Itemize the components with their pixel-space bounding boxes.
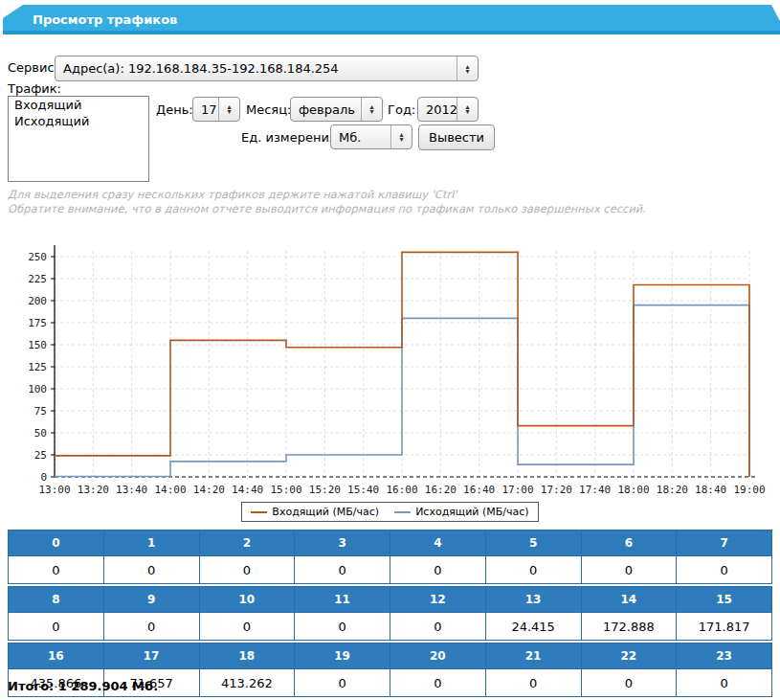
svg-text:16:20: 16:20 <box>425 484 457 496</box>
hour-value-cell: 0 <box>581 669 677 697</box>
month-select[interactable]: февраль ▴▾ <box>290 97 383 122</box>
spinner-icon: ▴▾ <box>457 98 478 121</box>
hour-header-row: 89101112131415 <box>9 587 772 613</box>
day-label: День: <box>156 102 193 117</box>
legend-item: Входящий (МБ/час) <box>251 506 379 518</box>
hourly-traffic-table: 0123456700000000891011121314150000024.41… <box>8 530 772 699</box>
traffic-chart: 13:0013:2013:4014:0014:2014:4015:0015:20… <box>8 230 772 500</box>
show-button[interactable]: Вывести <box>418 124 495 150</box>
svg-text:75: 75 <box>34 405 47 418</box>
hour-header-row: 01234567 <box>9 531 772 556</box>
hour-value-cell: 0 <box>9 613 104 641</box>
svg-text:18:40: 18:40 <box>695 484 726 496</box>
svg-text:15:00: 15:00 <box>270 484 301 496</box>
svg-text:13:20: 13:20 <box>78 484 109 496</box>
hour-value-cell: 0 <box>295 669 390 697</box>
svg-text:15:20: 15:20 <box>309 484 341 496</box>
hour-header-cell: 16 <box>9 644 104 669</box>
service-label: Сервис: <box>8 60 58 75</box>
hour-value-cell: 0 <box>295 613 390 641</box>
svg-text:14:40: 14:40 <box>232 484 263 496</box>
hour-header-cell: 8 <box>9 587 104 613</box>
hour-header-cell: 1 <box>103 531 199 556</box>
svg-text:16:40: 16:40 <box>463 484 495 496</box>
hour-header-cell: 7 <box>677 531 772 556</box>
svg-text:17:40: 17:40 <box>579 484 611 496</box>
month-select-value: февраль <box>291 102 361 117</box>
svg-text:16:00: 16:00 <box>386 484 417 496</box>
unit-select[interactable]: Мб. ▴▾ <box>330 124 412 149</box>
hint-ctrl: Для выделения сразу нескольких трафиков … <box>8 188 457 201</box>
svg-text:17:20: 17:20 <box>541 484 572 496</box>
year-label: Год: <box>388 102 415 117</box>
total-label: Итого: <box>8 679 54 693</box>
hour-header-cell: 12 <box>390 587 486 613</box>
legend-swatch-icon <box>394 511 411 513</box>
traffic-label: Трафик: <box>8 81 61 96</box>
hour-value-cell: 0 <box>295 556 390 584</box>
hour-value-cell: 171.817 <box>677 613 772 641</box>
svg-text:14:00: 14:00 <box>154 484 186 496</box>
hour-header-cell: 15 <box>677 587 772 613</box>
svg-text:50: 50 <box>34 427 47 440</box>
hour-value-cell: 0 <box>199 613 295 641</box>
chart-legend: Входящий (МБ/час)Исходящий (МБ/час) <box>0 502 780 522</box>
hour-value-row: 0000024.415172.888171.817 <box>9 613 772 641</box>
unit-label: Ед. измерения: <box>241 130 341 145</box>
hour-value-cell: 0 <box>103 613 199 641</box>
hour-group-table: 891011121314150000024.415172.888171.817 <box>8 586 772 641</box>
service-select-value: Адрес(а): 192.168.184.35-192.168.184.254 <box>56 61 457 76</box>
hour-header-cell: 0 <box>9 531 104 556</box>
svg-text:225: 225 <box>28 273 47 285</box>
hour-value-cell: 0 <box>390 669 486 697</box>
svg-text:100: 100 <box>28 383 47 395</box>
svg-text:125: 125 <box>28 361 47 373</box>
hour-value-cell: 0 <box>103 556 199 584</box>
hour-value-cell: 0 <box>677 669 772 697</box>
traffic-option[interactable]: Входящий <box>9 97 148 113</box>
page-title-text: Просмотр трафиков <box>33 12 177 27</box>
hour-value-cell: 0 <box>485 556 581 584</box>
svg-text:18:00: 18:00 <box>617 484 649 496</box>
hour-header-cell: 19 <box>295 644 390 669</box>
traffic-listbox[interactable]: ВходящийИсходящий <box>8 96 149 182</box>
traffic-option[interactable]: Исходящий <box>9 113 148 129</box>
hour-header-cell: 13 <box>485 587 581 613</box>
hour-header-cell: 10 <box>199 587 295 613</box>
svg-text:250: 250 <box>28 251 47 263</box>
legend-swatch-icon <box>251 511 267 513</box>
total-line: Итого: 1 289.904 Мб. <box>8 679 158 693</box>
hour-value-cell: 0 <box>390 556 486 584</box>
hour-header-cell: 22 <box>581 644 677 669</box>
hour-header-cell: 18 <box>199 644 295 669</box>
hour-header-cell: 21 <box>485 644 581 669</box>
svg-text:13:40: 13:40 <box>116 484 147 496</box>
day-select[interactable]: 17 ▴▾ <box>192 97 240 122</box>
hour-value-cell: 0 <box>9 556 104 584</box>
svg-text:150: 150 <box>28 339 47 351</box>
total-value: 1 289.904 Мб. <box>58 679 158 693</box>
spinner-icon: ▴▾ <box>218 98 239 121</box>
hour-header-cell: 9 <box>103 587 199 613</box>
hour-value-cell: 0 <box>485 669 581 697</box>
hour-value-cell: 0 <box>199 556 295 584</box>
svg-text:15:40: 15:40 <box>347 484 379 496</box>
hour-header-cell: 6 <box>581 531 677 556</box>
hour-group-table: 0123456700000000 <box>8 530 772 584</box>
svg-text:14:20: 14:20 <box>193 484 225 496</box>
legend-label: Входящий (МБ/час) <box>272 506 379 518</box>
hour-value-cell: 0 <box>390 613 486 641</box>
service-select[interactable]: Адрес(а): 192.168.184.35-192.168.184.254… <box>55 56 479 81</box>
chart-legend-box: Входящий (МБ/час)Исходящий (МБ/час) <box>241 502 538 522</box>
svg-text:200: 200 <box>28 295 47 307</box>
day-select-value: 17 <box>193 102 218 117</box>
hour-header-cell: 17 <box>103 644 199 669</box>
spinner-icon: ▴▾ <box>457 56 478 80</box>
year-select-value: 2012 <box>418 102 457 117</box>
hour-header-cell: 14 <box>581 587 677 613</box>
year-select[interactable]: 2012 ▴▾ <box>417 97 479 122</box>
hour-header-cell: 2 <box>199 531 295 556</box>
svg-text:175: 175 <box>28 317 47 329</box>
hour-header-cell: 3 <box>295 531 390 556</box>
hour-header-row: 1617181920212223 <box>9 644 772 669</box>
